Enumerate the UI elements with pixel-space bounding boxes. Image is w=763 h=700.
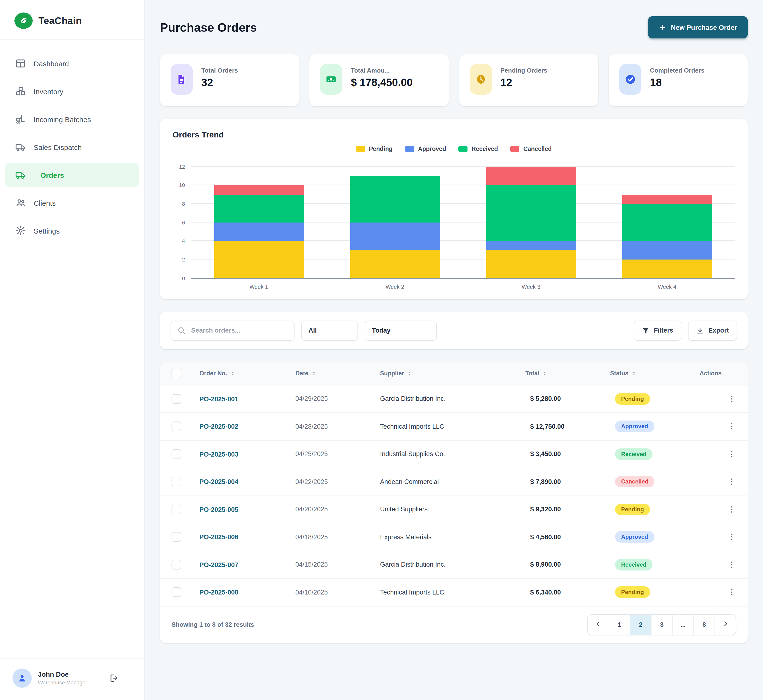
column-header-total[interactable]: Total xyxy=(526,370,610,377)
next-page-button[interactable] xyxy=(715,614,736,634)
row-checkbox[interactable] xyxy=(172,588,181,597)
actions-cell xyxy=(700,395,736,403)
row-actions-menu-icon[interactable] xyxy=(727,505,736,514)
sidebar-item-clients[interactable]: Clients xyxy=(5,191,139,215)
order-no-link[interactable]: PO-2025-003 xyxy=(200,451,238,458)
row-checkbox[interactable] xyxy=(172,422,181,431)
forklift-icon xyxy=(16,114,26,125)
total-cell: $ 7,890.00 xyxy=(530,478,615,485)
order-no-link[interactable]: PO-2025-008 xyxy=(200,589,238,596)
download-icon xyxy=(696,327,704,334)
logout-icon[interactable] xyxy=(109,673,118,683)
row-actions-menu-icon[interactable] xyxy=(727,533,736,541)
page-button-8[interactable]: 8 xyxy=(693,614,715,634)
row-checkbox[interactable] xyxy=(172,560,181,570)
supplier-cell: Express Materials xyxy=(380,533,530,541)
sidebar-item-inventory[interactable]: Inventory xyxy=(5,79,139,103)
row-checkbox[interactable] xyxy=(172,505,181,514)
stats-row: Total Orders32Total Amou...$ 178,450.00P… xyxy=(160,54,747,106)
sidebar-item-label: Clients xyxy=(34,199,56,207)
sidebar-item-incoming-batches[interactable]: Incoming Batches xyxy=(5,107,139,131)
status-badge: Received xyxy=(615,559,653,570)
status-filter-select[interactable]: All xyxy=(301,320,358,341)
page-button-3[interactable]: 3 xyxy=(651,614,672,634)
brand-name: TeaChain xyxy=(39,15,82,26)
stacked-bar-week-3 xyxy=(486,167,576,278)
legend-item-pending: Pending xyxy=(356,145,393,152)
row-checkbox-cell xyxy=(172,532,200,542)
sidebar-item-settings[interactable]: Settings xyxy=(5,219,139,243)
row-checkbox-cell xyxy=(172,560,200,570)
date-filter-select[interactable]: Today xyxy=(365,320,437,341)
user-panel: John Doe Warehouse Manager xyxy=(0,658,144,700)
search-input[interactable] xyxy=(190,327,288,334)
order-no-link[interactable]: PO-2025-007 xyxy=(200,561,238,569)
sort-icon xyxy=(230,370,235,377)
select-all-checkbox[interactable] xyxy=(172,369,181,378)
x-tick-label: Week 3 xyxy=(463,284,599,289)
bar-segment-received xyxy=(486,185,576,241)
column-header-date[interactable]: Date xyxy=(295,370,380,377)
order-no-link[interactable]: PO-2025-001 xyxy=(200,395,238,403)
column-header-status[interactable]: Status xyxy=(610,370,695,377)
export-button[interactable]: Export xyxy=(688,320,737,341)
sidebar-item-orders[interactable]: Orders xyxy=(5,163,139,187)
total-cell: $ 9,320.00 xyxy=(530,506,615,513)
row-actions-menu-icon[interactable] xyxy=(727,560,736,569)
date-cell: 04/20/2025 xyxy=(295,506,380,513)
order-no-link[interactable]: PO-2025-005 xyxy=(200,506,238,513)
x-tick-label: Week 1 xyxy=(191,284,327,289)
page-ellipsis: ... xyxy=(672,614,693,634)
table-footer: Showing 1 to 8 of 32 results 123...8 xyxy=(160,606,747,643)
stat-value: 12 xyxy=(501,76,547,89)
page-button-1[interactable]: 1 xyxy=(609,614,630,634)
date-cell: 04/18/2025 xyxy=(295,533,380,541)
column-header-label: Date xyxy=(295,370,309,377)
sidebar-item-sales-dispatch[interactable]: Sales Dispatch xyxy=(5,135,139,159)
status-cell: Received xyxy=(615,448,700,460)
status-cell: Pending xyxy=(615,504,700,515)
total-cell: $ 6,340.00 xyxy=(530,589,615,596)
column-header-order-no-[interactable]: Order No. xyxy=(200,370,295,377)
table-header-row: Order No.DateSupplierTotalStatusActions xyxy=(160,362,747,385)
table-row: PO-2025-00104/29/2025Garcia Distribution… xyxy=(160,385,747,412)
row-actions-menu-icon[interactable] xyxy=(727,395,736,403)
stat-card-completed-orders: Completed Orders18 xyxy=(609,54,748,106)
chart-plot xyxy=(191,167,735,279)
bar-segment-cancelled xyxy=(486,167,576,185)
row-actions-menu-icon[interactable] xyxy=(727,588,736,597)
prev-page-button[interactable] xyxy=(588,614,609,634)
status-cell: Pending xyxy=(615,587,700,598)
bar-slot-week-1 xyxy=(191,167,327,278)
column-header-label: Total xyxy=(526,370,539,377)
row-actions-menu-icon[interactable] xyxy=(727,478,736,486)
order-no-link[interactable]: PO-2025-006 xyxy=(200,534,238,541)
app-root: TeaChain DashboardInventoryIncoming Batc… xyxy=(0,0,763,700)
filters-button[interactable]: Filters xyxy=(633,320,681,341)
sidebar-item-dashboard[interactable]: Dashboard xyxy=(5,52,139,75)
actions-cell xyxy=(700,505,736,514)
row-checkbox[interactable] xyxy=(172,477,181,487)
header-checkbox-cell xyxy=(172,369,200,378)
page-button-2[interactable]: 2 xyxy=(630,614,651,634)
row-checkbox[interactable] xyxy=(172,449,181,459)
search-box[interactable] xyxy=(170,320,295,341)
funnel-icon xyxy=(642,327,649,334)
row-checkbox[interactable] xyxy=(172,394,181,404)
order-no-link[interactable]: PO-2025-002 xyxy=(200,423,238,430)
order-no-link[interactable]: PO-2025-004 xyxy=(200,478,238,486)
row-actions-menu-icon[interactable] xyxy=(727,422,736,431)
y-tick-label: 8 xyxy=(182,201,185,207)
column-header-label: Actions xyxy=(700,370,722,377)
table-row: PO-2025-00604/18/2025Express Materials$ … xyxy=(160,523,747,550)
row-checkbox[interactable] xyxy=(172,532,181,542)
user-info: John Doe Warehouse Manager xyxy=(38,670,87,685)
column-header-supplier[interactable]: Supplier xyxy=(380,370,526,377)
stacked-bar-week-2 xyxy=(350,167,440,278)
orders-trend-card: Orders Trend PendingApprovedReceivedCanc… xyxy=(160,119,747,299)
supplier-cell: Andean Commercial xyxy=(380,478,530,485)
legend-swatch xyxy=(405,145,414,152)
order-no-cell: PO-2025-004 xyxy=(200,478,295,486)
row-actions-menu-icon[interactable] xyxy=(727,450,736,458)
new-purchase-order-button[interactable]: New Purchase Order xyxy=(648,17,747,39)
